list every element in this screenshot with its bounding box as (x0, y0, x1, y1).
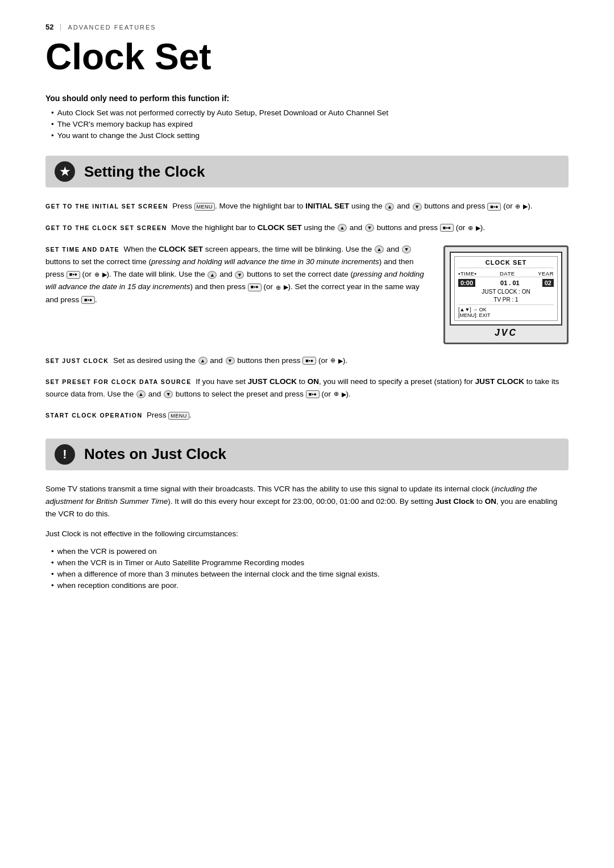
step-set-time-date-text: SET TIME AND DATE When the CLOCK SET scr… (45, 243, 432, 344)
notes-item-3: when a difference of more than 3 minutes… (51, 570, 569, 578)
prereq-item-1: Auto Clock Set was not performed correct… (51, 108, 569, 117)
step-get-clock-label: GET TO THE CLOCK SET SCREEN (45, 224, 167, 231)
notes-header: ! Notes on Just Clock (45, 439, 569, 470)
section2-icon: ! (55, 444, 75, 465)
tv-screen: CLOCK SET ▪TIME▪ DATE YEAR 0:00 01 . 01 … (450, 252, 562, 326)
up-arrow3-icon: ▲ (375, 245, 384, 253)
step-set-time-label: SET TIME AND DATE (45, 246, 119, 253)
notes-item-1: when the VCR is powered on (51, 547, 569, 556)
tv-year-head: YEAR (538, 270, 554, 277)
step-get-clock: GET TO THE CLOCK SET SCREEN Move the hig… (45, 222, 569, 234)
page-header: 52 ADVANCED FEATURES (45, 23, 569, 31)
up-arrow5-icon: ▲ (198, 357, 208, 365)
step-get-initial-label: GET TO THE INITIAL SET SCREEN (45, 203, 168, 210)
section1-title: Setting the Clock (84, 163, 205, 181)
up-arrow-icon: ▲ (385, 203, 394, 211)
notes-list: when the VCR is powered on when the VCR … (45, 547, 569, 590)
step-get-initial-text: Press MENU. Move the highlight bar to IN… (171, 202, 533, 210)
ok-button3-icon: ■▪● (67, 271, 80, 279)
tv-case: CLOCK SET ▪TIME▪ DATE YEAR 0:00 01 . 01 … (443, 245, 569, 344)
step-start-clock-text: Press MENU. (144, 411, 191, 419)
up-arrow6-icon: ▲ (136, 390, 146, 398)
section1-icon: ★ (55, 161, 75, 182)
menu-button2-icon: MENU (168, 412, 189, 420)
notes-body2: Just Clock is not effective in the follo… (45, 528, 569, 540)
step-get-initial: GET TO THE INITIAL SET SCREEN Press MENU… (45, 200, 569, 212)
tv-time-val: 0:00 (458, 279, 475, 287)
prereq-section: You should only need to perform this fun… (45, 94, 569, 140)
notes-section: ! Notes on Just Clock Some TV stations t… (45, 439, 569, 590)
up-arrow2-icon: ▲ (338, 224, 347, 232)
tv-brand: JVC (450, 328, 562, 338)
tv-header-row: ▪TIME▪ DATE YEAR (458, 270, 554, 277)
step-get-clock-text: Move the highlight bar to CLOCK SET usin… (169, 223, 485, 232)
notes-body1: Some TV stations transmit a time signal … (45, 483, 569, 521)
plus4-icon: ⊕ (276, 282, 281, 293)
ok-button6-icon: ■▪● (302, 357, 316, 365)
plus3-icon: ⊕ (94, 269, 99, 279)
down-arrow2-icon: ▼ (365, 224, 374, 232)
step-set-preset: SET PRESET FOR CLOCK DATA SOURCE If you … (45, 375, 569, 400)
step-set-time-content: When the CLOCK SET screen appears, the t… (45, 245, 424, 304)
tv-just-clock: JUST CLOCK : ON (458, 289, 554, 295)
ok-button-icon: ■▪● (487, 203, 501, 211)
ok-button4-icon: ■▪● (248, 283, 262, 291)
ok-button5-icon: ■▪● (81, 296, 95, 304)
tv-footer: [▲▼] → OK [MENU]: EXIT (458, 304, 554, 318)
prereq-list: Auto Clock Set was not performed correct… (45, 108, 569, 140)
prereq-item-3: You want to change the Just Clock settin… (51, 131, 569, 140)
menu-button-icon: MENU (194, 203, 215, 211)
tv-exit: [MENU]: EXIT (458, 312, 554, 318)
ok-button7-icon: ■▪● (306, 390, 320, 398)
step-preset-label: SET PRESET FOR CLOCK DATA SOURCE (45, 378, 192, 385)
tv-tv-pr: TV PR : 1 (458, 297, 554, 303)
tv-controls: [▲▼] → OK (458, 307, 554, 312)
step-set-just-clock: SET JUST CLOCK Set as desired using the … (45, 354, 569, 367)
down-arrow-icon: ▼ (413, 203, 422, 211)
tv-screen-title: CLOCK SET (458, 259, 554, 268)
setting-clock-header: ★ Setting the Clock (45, 156, 569, 187)
tv-time-head: ▪TIME▪ (458, 270, 476, 277)
notes-item-4: when reception conditions are poor. (51, 581, 569, 590)
tv-values-row: 0:00 01 . 01 02 (458, 279, 554, 287)
tv-screen-container: CLOCK SET ▪TIME▪ DATE YEAR 0:00 01 . 01 … (443, 245, 569, 344)
tv-year-val: 02 (542, 279, 554, 287)
up-arrow4-icon: ▲ (208, 271, 217, 279)
prereq-item-2: The VCR's memory backup has expired (51, 120, 569, 128)
step-just-clock-label: SET JUST CLOCK (45, 357, 109, 364)
step-just-clock-text: Set as desired using the ▲ and ▼ buttons… (111, 356, 347, 365)
plus2-icon: ⊕ (468, 223, 473, 233)
page-title: Clock Set (45, 37, 569, 77)
prereq-title: You should only need to perform this fun… (45, 94, 569, 103)
step-start-clock: START CLOCK OPERATION Press MENU. (45, 409, 569, 422)
section-label: ADVANCED FEATURES (60, 24, 156, 31)
down-arrow5-icon: ▼ (226, 357, 235, 365)
step-set-time-date-block: SET TIME AND DATE When the CLOCK SET scr… (45, 243, 569, 344)
tv-date-head: DATE (500, 270, 515, 277)
plus6-icon: ⊕ (334, 389, 339, 399)
plus-icon: ⊕ (515, 202, 520, 212)
plus5-icon: ⊕ (330, 356, 335, 366)
notes-item-2: when the VCR is in Timer or Auto Satelli… (51, 558, 569, 567)
down-arrow6-icon: ▼ (164, 390, 173, 398)
page-number: 52 (45, 23, 53, 31)
tv-screen-inner: CLOCK SET ▪TIME▪ DATE YEAR 0:00 01 . 01 … (454, 256, 558, 321)
step-start-clock-label: START CLOCK OPERATION (45, 412, 143, 419)
section2-title: Notes on Just Clock (84, 445, 226, 463)
down-arrow3-icon: ▼ (402, 245, 411, 253)
tv-date-val: 01 . 01 (478, 279, 542, 286)
ok-button2-icon: ■▪● (440, 224, 454, 232)
down-arrow4-icon: ▼ (235, 271, 244, 279)
